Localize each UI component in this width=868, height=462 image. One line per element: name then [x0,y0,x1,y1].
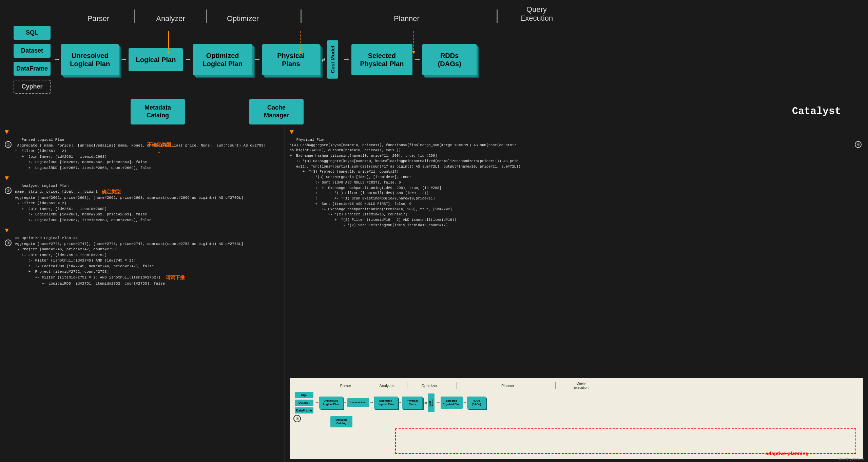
orange-arrow-2: ▼ [298,31,302,55]
sub-boxes-row: MetadataCatalog CacheManager [10,99,858,124]
query-execution-label: QueryExecution [503,5,571,23]
sql-box: SQL [14,26,51,40]
opt-line5: : +- LogicalRDD [id#2745, name#2746, pri… [15,264,280,269]
mini-stage-labels: Parser Analyzer Optimizer Planner QueryE… [295,382,858,390]
mini-selected-box: SelectedPhysical Plan [441,397,463,408]
opt-line1: Aggregate [name#2746, price#2747], [name… [15,241,280,247]
phys-line7: +- *(3) SortMergeJoin [id#9], [itemid#16… [290,175,852,180]
arrow-1: → [55,55,59,64]
optimized-plan-section: ▼ ③ == Optimized Logical Plan == Aggrega… [5,227,280,286]
uncertain-type-annotation: 不确定类型 ↓ [147,142,171,155]
analyzed-plan-filter: +- Filter (id#2661 = 2) [15,200,280,206]
arrow-6: → [415,55,420,64]
orange-arrow-1: ▼ [167,31,170,55]
arrow-2: → [121,55,126,64]
opt-line2: +- Project [name#2746, price#2747, count… [15,247,280,252]
mini-parser-label: Parser [329,384,363,388]
mini-physical-plans-box: PhysicalPlans [402,397,422,408]
optimizer-label: Optimizer [212,14,273,23]
mini-metadata-box: MetadataCatalog [330,416,352,427]
orange-down-arrow-parsed: ▼ [5,128,9,136]
parser-label: Parser [68,14,129,23]
orange-down-arrow-analyzed: ▼ [5,174,280,182]
mini-sql-box: SQL [295,392,313,398]
adaptive-planning-box [395,428,856,454]
opt-line6: +- Project [itemid#2752, count#2753] [15,269,280,275]
input-group: SQL Dataset DataFrame Cypher [14,26,51,94]
analyzed-plan-join: +- Join Inner, (id#2661 = itemid#2668) [15,206,280,212]
analyzed-plan-section: ▼ ② == Analyzed Logical Plan == name: st… [5,174,280,223]
orange-arrow-3: ▼ [412,31,416,55]
certain-type-annotation: 确定类型 [102,189,121,195]
opt-line4: :- Filter (isnotnull(id#2745) AND (id#27… [15,258,280,264]
cost-model-box: Cost Model [327,40,338,79]
mini-sub-row: MetadataCatalog [295,416,858,427]
adaptive-planning-text: adaptive planning [765,450,809,456]
orange-down-arrow-optimized: ▼ [5,227,280,234]
phys-line1: *(4) HashAggregate(keys=[name#10, price#… [290,143,852,148]
phys-line6: +- *(3) Project [name#10, price#11, coun… [290,169,852,175]
mini-analyzer-label: Analyzer [370,384,404,388]
dataset-box: Dataset [14,44,51,58]
parsed-plan-line4: :- LogicalRDD [id#2661, name#2662, price… [15,159,280,165]
phys-line5: e#11], functions=[partial_sum(cast(count… [290,164,852,170]
phys-line11: : +- *(1) Scan ExistingRDD[id#9,name#10,… [290,196,852,201]
divider-2 [5,225,280,225]
optimized-plan-header: == Optimized Logical Plan == [15,235,280,241]
phys-line4: +- *(3) HashAggregate(keys=[name#10, kno… [290,159,852,164]
mini-unresolved-box: UnresolvedLogical Plan [319,397,343,408]
mini-rdds-box: RDDs(DAGs) [467,397,486,408]
parsed-plan-line5: +- LogicalRDD [id#2667, itemid#2668, cou… [15,165,280,171]
dataframe-box: DataFrame [14,62,51,76]
mini-flow-row: SQL Dataset DataFrame → UnresolvedLogica… [295,392,858,413]
analyzed-plan-lrdd1: :- LogicalRDD [id#2661, name#2662, price… [15,212,280,217]
mini-query-exec-label: QueryExecution [561,382,601,390]
physical-plans-box: PhysicalPlans [262,44,320,75]
opt-line8: +- LogicalRDD [id#2751, itemid#2752, cou… [15,281,280,287]
selected-physical-plan-box: SelectedPhysical Plan [351,44,412,75]
opt-line3: +- Join Inner, (id#2745 = itemid#2752) [15,252,280,258]
analyzed-type-line: name: string, price: float, c: bigint [15,189,98,195]
phys-line10: : +- *(1) Filter (isnotnull(id#9) AND (i… [290,191,852,196]
circle-3: ③ [5,239,12,246]
phys-line14: +- *(2) Project [itemid#16, count#17] [290,212,852,217]
unresolved-logical-plan-box: UnresolvedLogical Plan [61,44,119,75]
physical-plan-section: ▼ == Physical Plan == *(4) HashAggregate… [290,128,863,374]
planner-label: Planner [322,14,491,23]
catalyst-label: Catalyst [792,105,841,117]
arrow-5: → [344,55,349,64]
analyzer-label: Analyzer [140,14,201,23]
phys-line13: +- Exchange hashpartitioning(itemid#16, … [290,207,852,212]
arrow-3: → [186,55,190,64]
mini-optimizer-label: Optimizer [411,384,448,388]
left-panel: ▼ ① == Parsed Logical Plan == 'Aggregate… [0,126,285,462]
divider-1 [5,173,280,173]
main-flow-row: SQL Dataset DataFrame Cypher → Unresolve… [10,26,858,94]
arrow-4: → [255,55,259,64]
phys-line2: as bigint))#50L], output=[name#10, price… [290,148,852,153]
orange-down-arrow-physical: ▼ [290,128,863,136]
mini-diagram-section: Parser Analyzer Optimizer Planner QueryE… [290,378,863,459]
uncertain-type-text: 不确定类型 [147,142,171,148]
analyzed-plan-lrdd2: +- LogicalRDD [id#2667, itemid#2668, cou… [15,217,280,223]
phys-line8: :- Sort [id#9 ASC NULLS FIRST], false, 0 [290,180,852,186]
mini-dataframe-box: DataFrame [295,407,313,413]
mini-logical-box: Logical Plan [347,398,369,407]
metadata-catalog-box: MetadataCatalog [131,99,185,124]
cache-manager-box: CacheManager [249,99,304,124]
logical-plan-box: Logical Plan [129,48,183,71]
phys-line15: +- *(2) Filter ((itemid#16 = 2) AND isno… [290,217,852,223]
parsed-plan-section: ▼ ① == Parsed Logical Plan == 'Aggregate… [5,128,280,171]
circle-1: ① [5,141,12,148]
predicate-pushdown-annotation: 谓词下推 [166,275,185,281]
mini-planner-label: Planner [465,384,550,388]
physical-plan-header: == Physical Plan == [290,137,852,143]
watermark: ©BLi blog 2109730 [838,457,864,461]
circle-4: ④ [855,141,862,148]
phys-line3: +- Exchange hashpartitioning(name#10, pr… [290,153,852,159]
circle-2: ② [5,187,12,194]
rdds-box: RDDs(DAGs) [422,44,477,75]
cypher-box: Cypher [14,80,51,94]
mini-dataset-box: Dataset [295,400,313,406]
analyzed-plan-agg: Aggregate [name#2662, price#2663], [name… [15,195,280,201]
